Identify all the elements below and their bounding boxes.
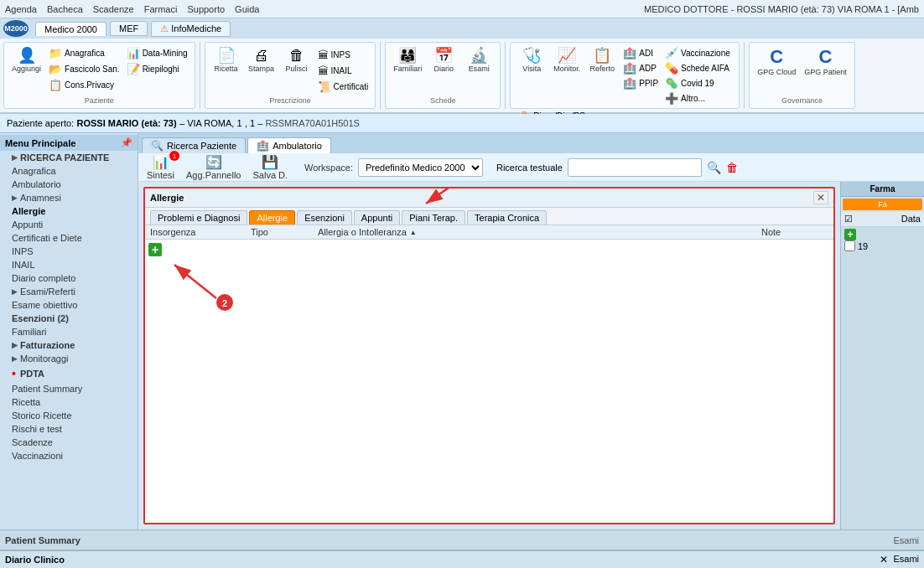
- sidebar-item-rischi[interactable]: Rischi e test: [0, 422, 138, 436]
- btn-stampa[interactable]: 🖨 Stampa: [246, 46, 278, 75]
- sidebar-item-diario[interactable]: Diario completo: [0, 271, 138, 285]
- bottom-bar: Patient Summary Esami: [0, 529, 924, 550]
- sidebar-item-scadenze[interactable]: Scadenze: [0, 436, 138, 449]
- add-allergie-button[interactable]: +: [148, 243, 162, 256]
- tab-mef[interactable]: MEF: [110, 21, 148, 36]
- btn-vaccinazione[interactable]: 💉Vaccinazione: [663, 46, 732, 60]
- prescrizione-buttons: 📄 Ricetta 🖨 Stampa 🗑 Pulisci 🏛INPS: [210, 46, 371, 95]
- right-panel-checkbox[interactable]: [844, 240, 855, 251]
- menu-scadenze[interactable]: Scadenze: [93, 4, 134, 14]
- btn-ananagrafica[interactable]: 📁Anagrafica: [47, 46, 122, 60]
- sidebar-pin-icon[interactable]: 📌: [121, 137, 132, 148]
- ribbon-group-governance: C GPG Cloud C GPG Patient Governance: [749, 42, 855, 109]
- svg-point-5: [216, 294, 233, 311]
- sidebar-item-ricerca-paziente[interactable]: ▶RICERCA PAZIENTE: [0, 151, 138, 164]
- panel-header: Allergie ✕: [145, 188, 833, 208]
- btn-altro[interactable]: ➕Altro...: [663, 91, 732, 106]
- bottom-right-label[interactable]: Esami: [893, 535, 919, 545]
- clear-search-button[interactable]: 🗑: [726, 161, 738, 174]
- bottom-left-label[interactable]: Patient Summary: [5, 535, 80, 545]
- sidebar-item-esami[interactable]: ▶Esami/Referti: [0, 285, 138, 298]
- btn-referto[interactable]: 📋 Referto: [586, 46, 618, 75]
- schede-label: Schede: [430, 95, 456, 105]
- right-panel-row: 19: [844, 240, 921, 251]
- badge-sintesi: 1: [169, 151, 179, 161]
- svg-text:2: 2: [222, 298, 227, 308]
- btn-inps[interactable]: 🏛INPS: [316, 48, 371, 62]
- tab-problemi[interactable]: Problemi e Diagnosi: [150, 210, 247, 225]
- tab-ricerca-paziente[interactable]: 🔍 Ricerca Paziente: [142, 137, 246, 153]
- btn-esami[interactable]: 🔬 Esami: [463, 46, 495, 75]
- sidebar-item-inps[interactable]: INPS: [0, 245, 138, 258]
- sidebar-item-certificati[interactable]: Certificati e Diete: [0, 231, 138, 245]
- tab-ambulatorio[interactable]: 🏥 Ambulatorio: [247, 137, 331, 153]
- menu-supporto[interactable]: Supporto: [187, 4, 225, 14]
- btn-agg-pannello[interactable]: 🔄 Agg.Pannello: [183, 152, 244, 182]
- search-icon[interactable]: 🔍: [707, 161, 721, 174]
- tab-allergie[interactable]: Allergie: [249, 210, 295, 225]
- annotation-2-arrow: 2: [153, 248, 262, 323]
- check-col: ☑: [844, 214, 853, 225]
- tab-terapia-cronica[interactable]: Terapia Cronica: [467, 210, 547, 225]
- sidebar-item-allergie[interactable]: Allergie: [0, 204, 138, 218]
- sidebar-item-esenzioni[interactable]: Esenzioni (2): [0, 312, 138, 325]
- sidebar-item-patient-summary[interactable]: Patient Summary: [0, 382, 138, 395]
- btn-fascicolo[interactable]: 📂Fascicolo San.: [47, 62, 122, 76]
- sidebar-item-inail[interactable]: INAIL: [0, 258, 138, 271]
- tab-medico2000[interactable]: Medico 2000: [35, 22, 106, 36]
- sidebar-item-esame-obiettivo[interactable]: Esame obiettivo: [0, 298, 138, 312]
- search-input[interactable]: [568, 158, 702, 177]
- btn-pulisci[interactable]: 🗑 Pulisci: [281, 46, 313, 75]
- btn-salva[interactable]: 💾 Salva D.: [249, 152, 291, 182]
- patient-dash: –: [179, 118, 187, 128]
- right-panel-add-button[interactable]: +: [844, 229, 856, 240]
- tab-infomediche[interactable]: ⚠ InfoMediche: [151, 21, 231, 37]
- tab-esenzioni[interactable]: Esenzioni: [297, 210, 352, 225]
- sidebar-item-fatturazione[interactable]: ▶Fatturazione: [0, 338, 138, 352]
- btn-cons-privacy[interactable]: 📋Cons.Privacy: [47, 78, 122, 92]
- panel-tab-bar: Problemi e Diagnosi Allergie Esenzioni A…: [145, 208, 833, 225]
- btn-certificati[interactable]: 📜Certificati: [316, 80, 371, 94]
- agg-pannello-icon: 🔄: [205, 154, 222, 170]
- menu-bacheca[interactable]: Bacheca: [47, 4, 83, 14]
- sidebar-item-anamnesi[interactable]: ▶Anamnesi: [0, 191, 138, 204]
- btn-familiari[interactable]: 👨‍👩‍👧 Familiari: [391, 46, 424, 75]
- btn-diario[interactable]: 📅 Diario: [428, 46, 459, 75]
- btn-monitor[interactable]: 📈 Monitor.: [551, 46, 583, 75]
- sidebar-item-familiari[interactable]: Familiari: [0, 325, 138, 338]
- sidebar-item-monitoraggi[interactable]: ▶Monitoraggi: [0, 352, 138, 365]
- btn-covid[interactable]: 🦠Covid 19: [663, 76, 732, 90]
- btn-visita[interactable]: 🩺 Visita: [516, 46, 548, 75]
- sidebar-item-anagrafica[interactable]: Anagrafica: [0, 164, 138, 178]
- btn-data-mining[interactable]: 📊Data-Mining: [125, 46, 189, 60]
- sidebar-item-vaccinazioni[interactable]: Vaccinazioni: [0, 449, 138, 462]
- menu-farmaci[interactable]: Farmaci: [144, 4, 178, 14]
- esami-label[interactable]: Esami: [893, 554, 919, 565]
- btn-riepiloghi[interactable]: 📝Riepiloghi: [125, 62, 189, 76]
- btn-adp[interactable]: 🏥ADP: [621, 61, 660, 75]
- btn-schede-aifa[interactable]: 💊Schede AIFA: [663, 61, 732, 75]
- ribbon-tab-strip: M2000 Medico 2000 MEF ⚠ InfoMediche: [0, 18, 924, 39]
- sidebar-item-ambulatorio[interactable]: Ambulatorio: [0, 178, 138, 191]
- panel-table-header: Insorgenza Tipo Allergia o Intolleranza …: [145, 225, 833, 240]
- panel-close-button[interactable]: ✕: [813, 191, 828, 204]
- workspace-select[interactable]: Predefinito Medico 2000: [358, 158, 483, 177]
- btn-gpg-patient[interactable]: C GPG Patient: [802, 46, 849, 78]
- sidebar-item-pdta[interactable]: •PDTA: [0, 365, 138, 382]
- btn-ppip[interactable]: 🏥PPIP: [621, 76, 660, 90]
- sidebar-item-appunti[interactable]: Appunti: [0, 218, 138, 231]
- tab-appunti[interactable]: Appunti: [354, 210, 400, 225]
- right-panel-tab-fa[interactable]: Fa: [843, 199, 922, 210]
- btn-aggiungi[interactable]: 👤 Aggiungi: [9, 46, 44, 75]
- btn-ricetta[interactable]: 📄 Ricetta: [210, 46, 242, 75]
- menu-agenda[interactable]: Agenda: [5, 4, 37, 14]
- btn-gpg-cloud[interactable]: C GPG Cloud: [755, 46, 798, 78]
- diario-close-icon[interactable]: ✕: [880, 554, 888, 565]
- tab-piani-terap[interactable]: Piani Terap.: [402, 210, 465, 225]
- menu-guida[interactable]: Guida: [235, 4, 259, 14]
- btn-inail[interactable]: 🏛INAIL: [316, 64, 371, 78]
- panel-title: Allergie: [150, 193, 184, 203]
- btn-adi[interactable]: 🏥ADI: [621, 46, 660, 60]
- sidebar-item-storico-ricette[interactable]: Storico Ricette: [0, 409, 138, 422]
- sidebar-item-ricetta[interactable]: Ricetta: [0, 395, 138, 409]
